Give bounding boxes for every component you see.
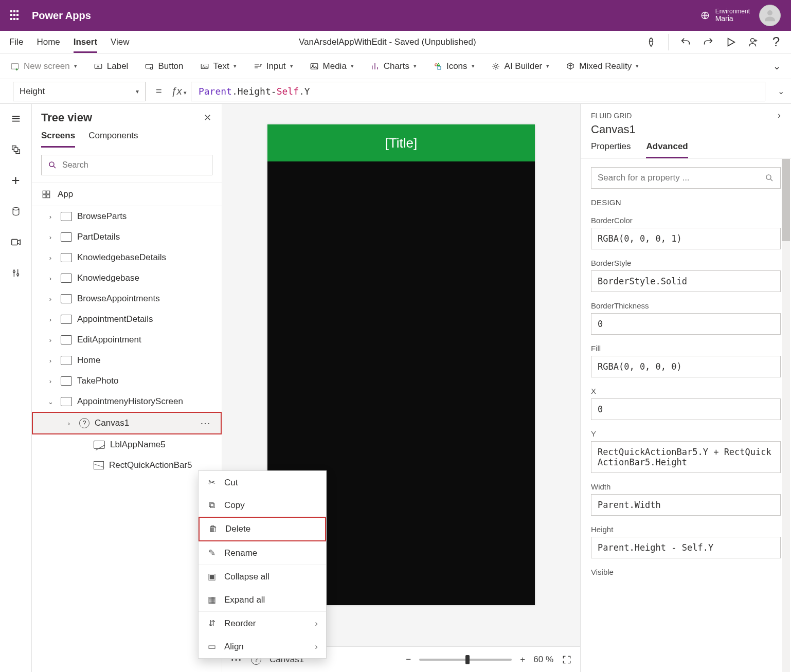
rail-media-icon[interactable] bbox=[8, 234, 24, 250]
tree-search[interactable] bbox=[41, 155, 212, 175]
rail-tree-icon[interactable] bbox=[8, 142, 24, 157]
waffle-icon[interactable] bbox=[10, 10, 21, 21]
formula-expand-icon[interactable]: ⌄ bbox=[770, 86, 791, 96]
rail-tools-icon[interactable] bbox=[8, 265, 24, 281]
ctx-copy[interactable]: ⧉Copy bbox=[199, 494, 326, 517]
tree-item[interactable]: ›TakePhoto bbox=[32, 371, 222, 391]
props-scrollbar-thumb[interactable] bbox=[782, 159, 790, 241]
ribbon-button[interactable]: Button bbox=[145, 61, 183, 71]
text-icon: Abc bbox=[200, 62, 209, 71]
zoom-out-icon[interactable]: − bbox=[406, 655, 411, 665]
props-tab-advanced[interactable]: Advanced bbox=[646, 141, 688, 158]
rail-data-icon[interactable] bbox=[8, 204, 24, 219]
prop-input[interactable]: Parent.Height - Self.Y bbox=[591, 537, 781, 558]
props-search[interactable] bbox=[591, 167, 781, 189]
tree-item[interactable]: ›AppointmentDetails bbox=[32, 309, 222, 330]
zoom-in-icon[interactable]: + bbox=[520, 655, 525, 665]
tree-item[interactable]: ›Home bbox=[32, 350, 222, 371]
tree-item[interactable]: ›?Canvas1⋯ bbox=[32, 412, 222, 434]
prop-input[interactable]: RGBA(0, 0, 0, 1) bbox=[591, 228, 781, 249]
expand-icon[interactable]: › bbox=[45, 233, 56, 241]
tree-item[interactable]: ⌄AppointmenyHistoryScreen bbox=[32, 391, 222, 412]
screen-icon bbox=[61, 294, 72, 303]
prop-input[interactable]: Parent.Width bbox=[591, 494, 781, 516]
prop-input[interactable]: RectQuickActionBar5.Y + RectQuickActionB… bbox=[591, 441, 781, 473]
ctx-collapse[interactable]: ▣Collapse all bbox=[199, 565, 326, 588]
props-collapse-icon[interactable]: › bbox=[778, 110, 781, 121]
expand-icon[interactable]: › bbox=[45, 377, 56, 385]
play-icon[interactable] bbox=[725, 37, 736, 48]
expand-icon[interactable]: › bbox=[64, 420, 74, 427]
fit-icon[interactable] bbox=[562, 655, 572, 665]
menu-insert[interactable]: Insert bbox=[74, 37, 97, 53]
ribbon-ai-builder[interactable]: AI Builder▾ bbox=[491, 61, 550, 71]
expand-icon[interactable]: › bbox=[45, 357, 56, 365]
label-icon: A bbox=[94, 62, 103, 71]
fx-icon[interactable]: ƒx ▾ bbox=[171, 85, 187, 97]
tree-app-row[interactable]: App bbox=[32, 183, 222, 206]
expand-icon[interactable]: › bbox=[45, 295, 56, 303]
expand-icon[interactable]: ⌄ bbox=[45, 398, 56, 406]
svg-text:Abc: Abc bbox=[202, 65, 208, 68]
prop-input[interactable]: 0 bbox=[591, 398, 781, 420]
tree-tab-screens[interactable]: Screens bbox=[41, 131, 75, 148]
formula-input[interactable]: Parent.Height - Self.Y bbox=[191, 82, 765, 101]
zoom-slider[interactable] bbox=[419, 659, 512, 661]
prop-label: BorderColor bbox=[591, 216, 781, 225]
menu-file[interactable]: File bbox=[9, 37, 23, 47]
ribbon-new-screen[interactable]: New screen▾ bbox=[10, 61, 77, 71]
ctx-rename[interactable]: ✎Rename bbox=[199, 541, 326, 565]
tree-close-icon[interactable]: ✕ bbox=[204, 112, 211, 123]
ribbon-text[interactable]: Abc Text▾ bbox=[200, 61, 237, 71]
tree-item[interactable]: RectQuickActionBar5 bbox=[32, 455, 222, 476]
env-label: Environment bbox=[715, 8, 750, 15]
newscreen-icon bbox=[10, 62, 20, 71]
undo-icon[interactable] bbox=[680, 37, 691, 48]
ribbon-expand-icon[interactable]: ⌄ bbox=[773, 61, 781, 72]
tree-item[interactable]: LblAppName5 bbox=[32, 434, 222, 455]
tree-item[interactable]: ›Knowledgebase bbox=[32, 268, 222, 288]
prop-label: Visible bbox=[591, 568, 781, 576]
tree-item[interactable]: ›KnowledgebaseDetails bbox=[32, 247, 222, 268]
app-checker-icon[interactable] bbox=[645, 37, 657, 48]
tree-tab-components[interactable]: Components bbox=[88, 131, 138, 148]
menu-home[interactable]: Home bbox=[37, 37, 60, 47]
help-icon[interactable]: ? bbox=[770, 37, 782, 48]
prop-input[interactable]: 0 bbox=[591, 313, 781, 335]
ribbon-mixed-reality[interactable]: Mixed Reality▾ bbox=[566, 61, 639, 71]
share-icon[interactable] bbox=[748, 37, 759, 48]
tree-item[interactable]: ›EditAppointment bbox=[32, 330, 222, 350]
expand-icon[interactable]: › bbox=[45, 316, 56, 323]
redo-icon[interactable] bbox=[703, 37, 714, 48]
rail-hamburger-icon[interactable] bbox=[8, 111, 24, 126]
expand-icon[interactable]: › bbox=[45, 254, 56, 262]
tree-item[interactable]: ›BrowseParts bbox=[32, 206, 222, 227]
ribbon-label[interactable]: A Label bbox=[94, 61, 129, 71]
ctx-expand[interactable]: ▦Expand all bbox=[199, 588, 326, 611]
environment-picker[interactable]: Environment Maria bbox=[700, 8, 750, 23]
expand-icon[interactable]: › bbox=[45, 336, 56, 344]
ctx-delete[interactable]: 🗑Delete bbox=[199, 517, 326, 541]
tree-search-input[interactable] bbox=[62, 160, 206, 170]
prop-input[interactable]: BorderStyle.Solid bbox=[591, 270, 781, 292]
prop-input[interactable]: RGBA(0, 0, 0, 0) bbox=[591, 356, 781, 377]
ribbon-media[interactable]: Media▾ bbox=[310, 61, 354, 71]
ctx-cut[interactable]: ✂Cut bbox=[199, 471, 326, 494]
ribbon-input[interactable]: Input▾ bbox=[253, 61, 293, 71]
rail-insert-icon[interactable]: + bbox=[8, 173, 24, 188]
menu-view[interactable]: View bbox=[111, 37, 130, 47]
ribbon-charts[interactable]: Charts▾ bbox=[370, 61, 417, 71]
avatar[interactable] bbox=[759, 5, 781, 26]
expand-icon[interactable]: › bbox=[45, 213, 56, 221]
ribbon-icons[interactable]: Icons▾ bbox=[433, 61, 475, 71]
tree-item[interactable]: ›PartDetails bbox=[32, 227, 222, 247]
tree-item[interactable]: ›BrowseAppointments bbox=[32, 288, 222, 309]
props-tab-properties[interactable]: Properties bbox=[591, 141, 631, 158]
svg-text:A: A bbox=[97, 64, 99, 69]
expand-icon[interactable]: › bbox=[45, 275, 56, 282]
property-selector[interactable]: Height ▾ bbox=[13, 82, 146, 101]
ctx-reorder[interactable]: ⇵Reorder› bbox=[199, 612, 326, 635]
more-icon[interactable]: ⋯ bbox=[200, 417, 211, 429]
props-search-input[interactable] bbox=[598, 173, 765, 183]
ctx-align[interactable]: ▭Align› bbox=[199, 635, 326, 658]
